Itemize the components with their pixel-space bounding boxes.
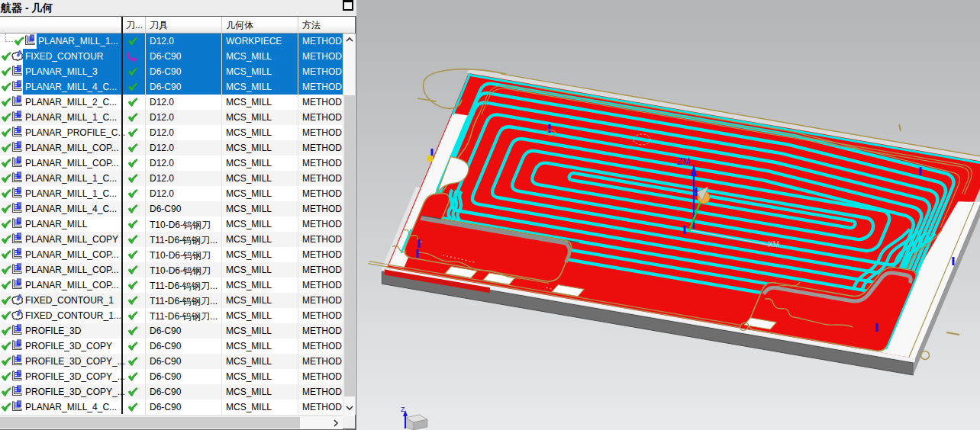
- svg-text:XM: XM: [768, 240, 779, 249]
- svg-text:ZM: ZM: [677, 156, 690, 167]
- svg-text:Z: Z: [401, 406, 405, 413]
